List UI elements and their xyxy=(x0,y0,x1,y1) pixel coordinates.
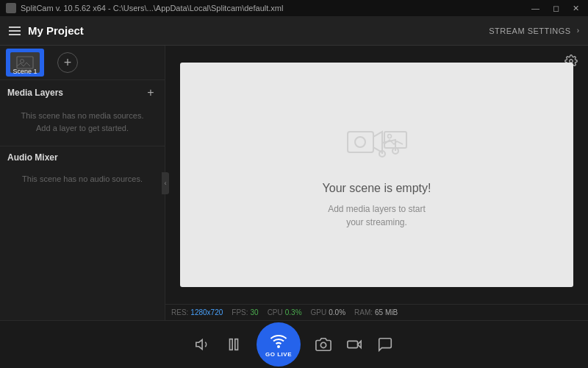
audio-button[interactable] xyxy=(195,336,211,353)
fps-value: 30 xyxy=(251,308,259,316)
chat-button[interactable] xyxy=(377,336,393,353)
record-button[interactable] xyxy=(346,336,362,353)
status-bar: RES: 1280x720 FPS: 30 CPU 0.3% GPU 0.0% … xyxy=(165,304,588,320)
svg-rect-11 xyxy=(235,339,238,350)
res-value: 1280x720 xyxy=(190,308,223,316)
maximize-button[interactable]: ◻ xyxy=(550,4,562,13)
gpu-value: 0.0% xyxy=(329,308,345,316)
ram-label: RAM: xyxy=(354,308,373,316)
preview-screen: Your scene is empty! Add media layers to… xyxy=(180,63,573,287)
media-layers-title: Media Layers xyxy=(7,88,63,98)
main-area: Scene 1 + Media Layers + This scene has … xyxy=(0,46,588,320)
svg-rect-10 xyxy=(230,339,233,350)
chevron-down-icon: › xyxy=(577,26,579,35)
empty-scene-icon xyxy=(344,121,410,174)
titlebar: SplitCam v. 10.5.62 x64 - C:\Users\...\A… xyxy=(0,0,588,16)
pause-button[interactable] xyxy=(226,336,242,353)
preview-empty-subtitle: Add media layers to start your streaming… xyxy=(328,202,426,229)
gpu-label: GPU xyxy=(311,308,327,316)
svg-rect-3 xyxy=(348,132,373,152)
fps-label: FPS: xyxy=(232,308,248,316)
svg-marker-9 xyxy=(196,340,202,350)
svg-point-12 xyxy=(278,346,279,347)
stream-settings-button[interactable]: STREAM SETTINGS xyxy=(489,26,570,35)
svg-point-4 xyxy=(355,137,365,147)
cpu-value: 0.3% xyxy=(285,308,302,316)
sidebar: Scene 1 + Media Layers + This scene has … xyxy=(0,46,165,320)
svg-rect-14 xyxy=(348,341,358,347)
camera-button[interactable] xyxy=(315,336,331,353)
cpu-label: CPU xyxy=(268,308,283,316)
svg-rect-0 xyxy=(17,57,33,68)
add-scene-button[interactable]: + xyxy=(57,52,78,73)
scenes-row: Scene 1 + xyxy=(0,46,165,79)
preview-empty-title: Your scene is empty! xyxy=(323,182,431,195)
minimize-button[interactable]: — xyxy=(528,4,542,13)
go-live-button[interactable]: GO LIVE xyxy=(257,322,301,367)
svg-point-13 xyxy=(320,342,326,347)
scene-label: Scene 1 xyxy=(12,68,37,75)
svg-point-1 xyxy=(21,60,24,63)
go-live-label: GO LIVE xyxy=(265,351,292,358)
preview-container: Your scene is empty! Add media layers to… xyxy=(165,46,588,304)
media-layers-empty-text: This scene has no media sources. Add a l… xyxy=(7,104,157,140)
ram-value: 65 MiB xyxy=(375,308,398,316)
preview-area: Your scene is empty! Add media layers to… xyxy=(165,46,588,320)
add-media-layer-button[interactable]: + xyxy=(144,86,157,99)
bottom-toolbar: GO LIVE xyxy=(0,320,588,368)
audio-mixer-title: Audio Mixer xyxy=(7,152,58,163)
media-layers-panel: Media Layers + This scene has no media s… xyxy=(0,79,165,146)
audio-mixer-empty-text: This scene has no audio sources. xyxy=(7,167,157,191)
project-title: My Project xyxy=(28,24,84,37)
app-icon xyxy=(6,3,16,13)
window-controls[interactable]: — ◻ ✕ xyxy=(528,4,582,13)
audio-mixer-panel: Audio Mixer This scene has no audio sour… xyxy=(0,146,165,197)
header: My Project STREAM SETTINGS › xyxy=(0,16,588,46)
res-label: RES: xyxy=(171,308,188,316)
sidebar-collapse-handle[interactable]: ‹ xyxy=(162,172,169,194)
titlebar-title: SplitCam v. 10.5.62 x64 - C:\Users\...\A… xyxy=(21,4,283,13)
close-button[interactable]: ✕ xyxy=(570,4,582,13)
svg-point-8 xyxy=(387,135,391,138)
scene-item[interactable]: Scene 1 xyxy=(6,49,44,77)
menu-icon[interactable] xyxy=(9,26,21,35)
